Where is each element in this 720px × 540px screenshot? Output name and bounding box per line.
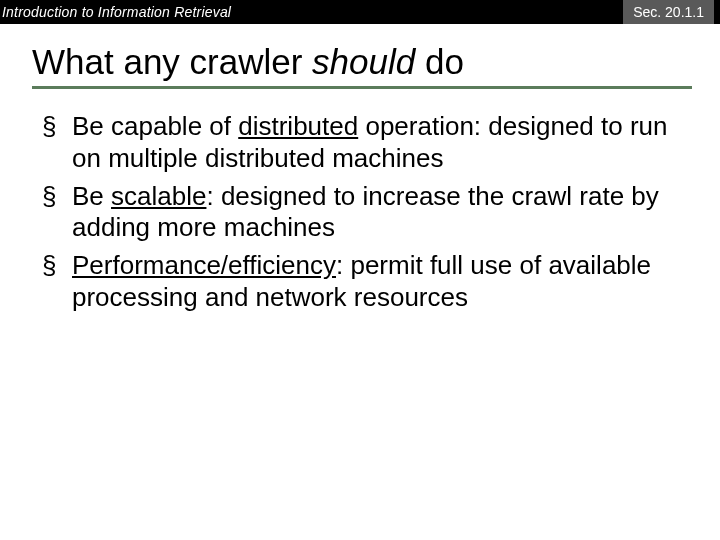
bullet-underline: scalable [111, 181, 206, 211]
bullet-list: Be capable of distributed operation: des… [42, 111, 678, 313]
bullet-pre: Be capable of [72, 111, 238, 141]
title-rule [32, 86, 692, 89]
bullet-pre: Be [72, 181, 111, 211]
title-prefix: What any crawler [32, 42, 312, 81]
list-item: Be scalable: designed to increase the cr… [42, 181, 678, 244]
title-block: What any crawler should do [0, 24, 720, 93]
bullet-underline: distributed [238, 111, 358, 141]
bullet-underline: Performance/efficiency [72, 250, 336, 280]
title-emph: should [312, 42, 415, 81]
slide-header: Introduction to Information Retrieval Se… [0, 0, 720, 24]
list-item: Performance/efficiency: permit full use … [42, 250, 678, 313]
header-source: Introduction to Information Retrieval [2, 4, 231, 20]
section-label: Sec. 20.1.1 [623, 0, 714, 24]
slide-body: Be capable of distributed operation: des… [0, 93, 720, 319]
slide: Introduction to Information Retrieval Se… [0, 0, 720, 540]
list-item: Be capable of distributed operation: des… [42, 111, 678, 174]
slide-title: What any crawler should do [32, 42, 692, 82]
title-suffix: do [415, 42, 464, 81]
